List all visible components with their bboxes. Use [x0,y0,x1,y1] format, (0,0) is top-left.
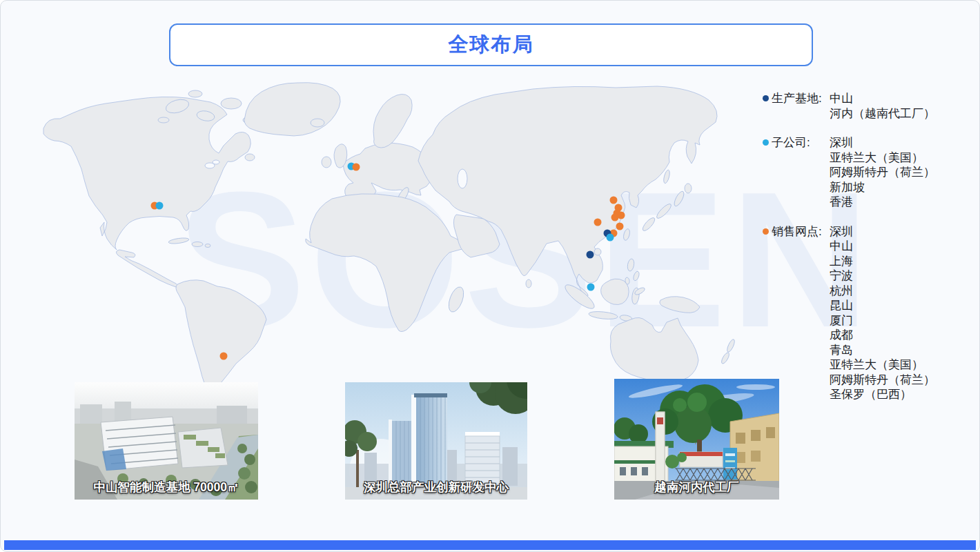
legend-item: 成都 [830,328,935,343]
legend-item: 宁波 [830,268,935,284]
map-marker-xiamen-sales [616,223,624,230]
continent-africa [306,194,466,332]
map-marker-chengdu-sales [594,219,602,226]
legend-values-sales: 深圳中山上海宁波杭州昆山厦门成都青岛亚特兰大（美国）阿姆斯特丹（荷兰）圣保罗（巴… [830,224,935,402]
legend-values-production: 中山河内（越南代工厂） [830,91,935,121]
scandinavia [373,95,412,148]
bottom-bar [4,540,976,550]
legend-item: 香港 [830,195,935,210]
map-marker-hangzhou-sales [611,214,619,221]
central-america [116,250,177,287]
legend-item: 圣保罗（巴西） [830,387,935,402]
legend-values-subsidiary: 深圳亚特兰大（美国）阿姆斯特丹（荷兰）新加坡香港 [830,135,935,210]
legend-item: 阿姆斯特丹（荷兰） [830,373,935,388]
continent-south-america [176,280,266,389]
title-box: 全球布局 [169,23,813,66]
new-guinea [660,297,700,313]
photo-caption-vietnam: 越南河内代工厂 [614,479,779,495]
legend-item: 杭州 [830,284,935,299]
photo-shenzhen-hq: 深圳总部产业创新研发中心 [345,382,527,500]
legend-item: 深圳 [830,224,935,239]
legend: 生产基地: 中山河内（越南代工厂） 子公司: 深圳亚特兰大（美国）阿姆斯特丹（荷… [763,91,935,417]
legend-item: 中山 [830,91,935,106]
world-map [42,80,781,391]
subsidiary-dot-icon [763,139,769,146]
legend-group-subsidiary: 子公司: 深圳亚特兰大（美国）阿姆斯特丹（荷兰）新加坡香港 [763,135,935,210]
legend-group-production: 生产基地: 中山河内（越南代工厂） [763,91,935,121]
legend-label-subsidiary: 子公司: [772,135,830,150]
legend-item: 青岛 [830,343,935,358]
continent-australia [610,317,698,382]
legend-item: 昆山 [830,298,935,313]
legend-group-sales: 销售网点: 深圳中山上海宁波杭州昆山厦门成都青岛亚特兰大（美国）阿姆斯特丹（荷兰… [763,224,935,402]
map-marker-shenzhen-subsidiary [607,234,614,241]
continent-north-america [43,97,251,250]
map-marker-hanoi-production [587,251,594,259]
slide: SOSEN [0,0,980,552]
map-marker-amsterdam-sales [353,164,360,171]
photo-caption-zhongshan: 中山智能制造基地 70000㎡ [75,479,258,495]
legend-item: 亚特兰大（美国） [830,357,935,373]
page-title: 全球布局 [449,31,534,59]
legend-item: 中山 [830,239,935,254]
legend-item: 上海 [830,254,935,269]
legend-item: 河内（越南代工厂） [830,106,935,121]
legend-item: 亚特兰大（美国） [830,150,935,166]
production-dot-icon [763,95,769,101]
photo-caption-shenzhen: 深圳总部产业创新研发中心 [345,479,527,495]
map-marker-atlanta-subsidiary [156,202,164,210]
legend-label-production: 生产基地: [772,91,830,106]
legend-item: 厦门 [830,313,935,328]
greenland [244,83,340,136]
photo-vietnam-factory: 越南河内代工厂 [614,379,779,500]
photo-zhongshan-base: 中山智能制造基地 70000㎡ [75,382,258,500]
legend-item: 阿姆斯特丹（荷兰） [830,165,935,180]
map-marker-singapore-subsidiary [587,284,595,291]
borneo [601,279,629,304]
sales-dot-icon [763,228,769,235]
map-marker-qingdao-sales [610,197,618,204]
map-marker-sao-paulo-sales [220,353,228,360]
legend-item: 新加坡 [830,180,935,195]
legend-item: 深圳 [830,135,935,150]
continent-asia [418,86,717,297]
legend-label-sales: 销售网点: [772,224,830,239]
